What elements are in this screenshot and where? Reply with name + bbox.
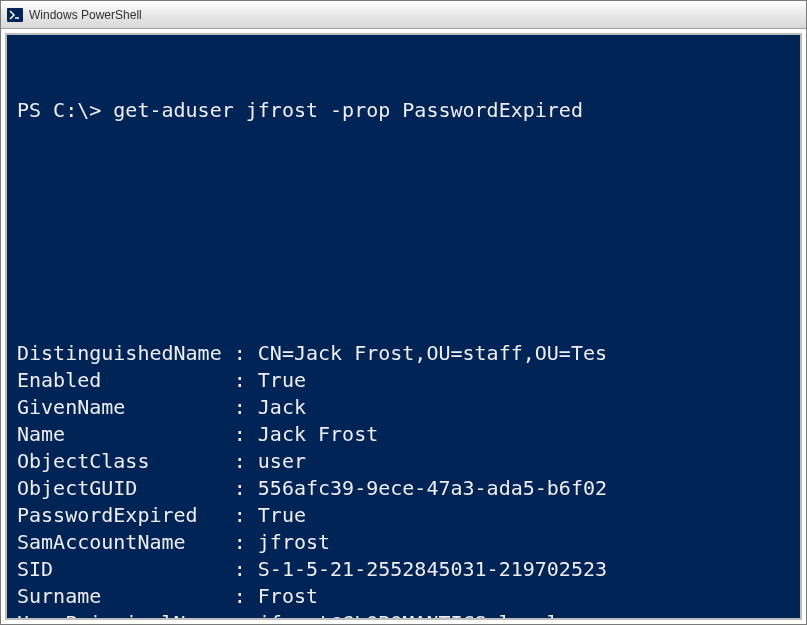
window-title: Windows PowerShell <box>29 8 800 22</box>
powershell-icon <box>7 7 23 23</box>
command-text: get-aduser jfrost -prop PasswordExpired <box>113 98 583 122</box>
powershell-window: Windows PowerShell PS C:\> get-aduser jf… <box>0 0 807 625</box>
titlebar[interactable]: Windows PowerShell <box>1 1 806 29</box>
prompt-prefix: PS C:\> <box>17 98 113 122</box>
command-line: PS C:\> get-aduser jfrost -prop Password… <box>17 97 790 124</box>
blank-line <box>17 178 790 205</box>
output-block: DistinguishedName : CN=Jack Frost,OU=sta… <box>17 340 790 620</box>
terminal-area[interactable]: PS C:\> get-aduser jfrost -prop Password… <box>5 33 802 620</box>
blank-line <box>17 259 790 286</box>
